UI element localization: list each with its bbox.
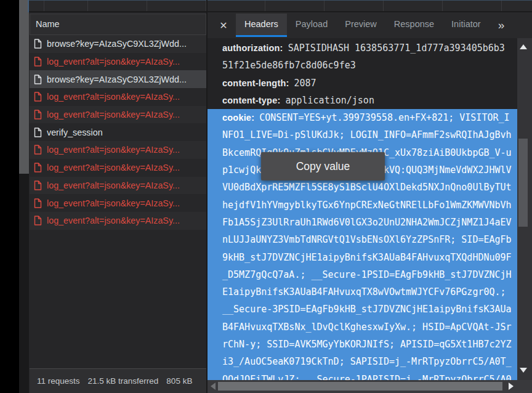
- document-icon: [34, 57, 42, 67]
- header-value: nLUJJaUNYZ3VmbTdNRGVtQ1VsbENsOXl6YzZPSnF…: [222, 234, 512, 245]
- overview-gridline: [442, 1, 443, 11]
- request-row[interactable]: log_event?alt=json&key=AIzaSy...: [30, 177, 206, 195]
- header-line: rChN-y; SSID=AVK5MGyYbKORJNIfS; APISID=q…: [208, 336, 517, 353]
- header-line: 51f21e5de86fb7c8d06c9fe3: [208, 57, 517, 74]
- header-line: authorization:SAPISIDHASH 1638563771_1d7…: [208, 39, 517, 57]
- scroll-left-icon[interactable]: [211, 383, 216, 390]
- document-icon: [34, 92, 42, 102]
- request-name: browse?key=AIzaSyC9XL3ZjWdd...: [47, 75, 187, 84]
- overview-gridline: [87, 1, 88, 11]
- request-name: verify_session: [47, 128, 103, 137]
- tab-headers[interactable]: Headers: [236, 14, 287, 37]
- request-row[interactable]: log_event?alt=json&key=AIzaSy...: [30, 212, 206, 230]
- header-value: application/json: [285, 95, 374, 106]
- network-overview-strip: [29, 0, 532, 12]
- header-value: 2087: [294, 78, 316, 89]
- overview-gridline: [324, 1, 324, 11]
- request-name: browse?key=AIzaSyC9XL3ZjWdd...: [47, 39, 187, 49]
- summary-request-count: 11 requests: [37, 376, 80, 386]
- tab-preview[interactable]: Preview: [336, 14, 385, 37]
- header-line: __Secure-3PSID=EAgFb9kHB_stJ7DVZNCjHE1ai…: [208, 301, 517, 318]
- header-value: VU0dBdXprRE5MZFl5SE8yS1BSclU4OXlDekd5NXJ…: [222, 182, 512, 193]
- copy-value-menu-item[interactable]: Copy value: [261, 152, 385, 180]
- header-value: i3_/AuOC5eaK0719CkTnD; SAPISID=j_-MrRTpy…: [222, 356, 512, 367]
- devtools-network-window: Name browse?key=AIzaSyC9XL3ZjWdd...log_e…: [0, 0, 532, 393]
- header-line: nLUJJaUNYZ3VmbTdNRGVtQ1VsbENsOXl6YzZPSnF…: [208, 231, 517, 248]
- request-row[interactable]: log_event?alt=json&key=AIzaSy...: [30, 194, 206, 212]
- request-row[interactable]: log_event?alt=json&key=AIzaSy...: [30, 53, 206, 71]
- h-scrollbar-thumb[interactable]: [218, 382, 502, 391]
- header-name: content-length:: [222, 78, 289, 88]
- document-icon: [34, 128, 42, 137]
- overview-gridline: [265, 1, 265, 11]
- scroll-up-icon[interactable]: [520, 44, 527, 49]
- tab-initiator[interactable]: Initiator: [443, 14, 490, 37]
- header-line: Fb1A5SjZ3UlRraUh1RWd6V0lGX3o2UnU2NHA2WmJ…: [208, 214, 517, 231]
- summary-transferred: 21.5 kB transferred: [88, 376, 159, 386]
- request-row[interactable]: verify_session: [30, 123, 206, 141]
- document-icon: [34, 39, 42, 49]
- header-line: hejdfV1hYVmgyblkyTGx6YnpCRExNeGtNRElLbFo…: [208, 197, 517, 214]
- more-tabs-icon[interactable]: »: [498, 12, 505, 38]
- request-name: log_event?alt=json&key=AIzaSy...: [47, 145, 180, 155]
- document-icon: [34, 198, 42, 208]
- request-name: log_event?alt=json&key=AIzaSy...: [47, 57, 180, 67]
- header-line: content-type:application/json: [208, 92, 517, 109]
- document-icon: [34, 216, 42, 225]
- header-name: cookie:: [222, 113, 254, 123]
- header-value: E1aipyBnifsK3AUaB4FAHvuxqTX8wVOwtmWJYCFv…: [222, 286, 506, 298]
- header-line: QOdJQEiTWLvJZ; __Secure-1PAPISID=j_-MrRT…: [208, 371, 517, 380]
- document-icon: [34, 163, 42, 172]
- header-value: 9kHB_stJ7DVZNCjHE1aipyBnifsK3AUaB4FAHvux…: [222, 252, 512, 263]
- close-icon[interactable]: ✕: [214, 20, 233, 31]
- tab-response[interactable]: Response: [385, 14, 443, 37]
- overview-left-edge: [28, 0, 29, 12]
- header-value: rChN-y; SSID=AVK5MGyYbKORJNIfS; APISID=q…: [222, 339, 512, 350]
- name-column-header[interactable]: Name: [30, 14, 206, 35]
- request-row[interactable]: browse?key=AIzaSyC9XL3ZjWdd...: [30, 35, 206, 53]
- tab-payload[interactable]: Payload: [287, 14, 336, 37]
- request-row[interactable]: log_event?alt=json&key=AIzaSy...: [30, 141, 206, 159]
- overview-gridline: [147, 1, 147, 11]
- document-icon: [34, 180, 42, 190]
- request-name: log_event?alt=json&key=AIzaSy...: [47, 216, 180, 225]
- scroll-down-icon[interactable]: [520, 368, 527, 373]
- details-tabbar: ✕ HeadersPayloadPreviewResponseInitiator…: [208, 12, 532, 38]
- header-line: content-length:2087: [208, 75, 517, 92]
- network-summary-bar: 11 requests 21.5 kB transferred 805 kB: [30, 368, 206, 393]
- document-icon: [34, 110, 42, 120]
- request-row[interactable]: browse?key=AIzaSyC9XL3ZjWdd...: [30, 70, 206, 88]
- header-line: E1aipyBnifsK3AUaB4FAHvuxqTX8wVOwtmWJYCFv…: [208, 283, 517, 301]
- header-line: B4FAHvuxqTXBsNx_lDvQclKghesxwIyXw.; HSID…: [208, 318, 517, 336]
- header-value: QOdJQEiTWLvJZ; __Secure-1PAPISID=j_-MrRT…: [222, 374, 512, 380]
- page-scrollbar-thumb[interactable]: [19, 0, 29, 174]
- v-scrollbar-thumb[interactable]: [518, 139, 528, 227]
- request-row[interactable]: log_event?alt=json&key=AIzaSy...: [30, 159, 206, 177]
- scroll-right-icon[interactable]: [509, 383, 514, 390]
- header-value: Fb1A5SjZ3UlRraUh1RWd6V0lGX3o2UnU2NHA2WmJ…: [222, 217, 512, 228]
- header-line: _D5MZ7gQcQ7aA.; __Secure-1PSID=EAgFb9kHB…: [208, 266, 517, 283]
- document-icon: [34, 75, 42, 84]
- overview-gridline: [383, 1, 384, 11]
- request-name: log_event?alt=json&key=AIzaSy...: [47, 198, 180, 208]
- header-value: NFO1_LIVE=Di-pSlUKdJk; LOGIN_INFO=AFmmF2…: [222, 129, 512, 140]
- request-row[interactable]: log_event?alt=json&key=AIzaSy...: [30, 88, 206, 106]
- request-row[interactable]: log_event?alt=json&key=AIzaSy...: [30, 106, 206, 124]
- request-list: browse?key=AIzaSyC9XL3ZjWdd...log_event?…: [30, 35, 206, 230]
- headers-content: authorization:SAPISIDHASH 1638563771_1d7…: [208, 38, 517, 380]
- header-line: NFO1_LIVE=Di-pSlUKdJk; LOGIN_INFO=AFmmF2…: [208, 126, 517, 144]
- header-value: __Secure-3PSID=EAgFb9kHB_stJ7DVZNCjHE1ai…: [222, 304, 512, 315]
- request-name: log_event?alt=json&key=AIzaSy...: [47, 110, 180, 120]
- overview-gridline: [44, 1, 44, 11]
- header-value: 51f21e5de86fb7c8d06c9fe3: [222, 60, 356, 71]
- page-background: [0, 0, 19, 393]
- header-value: B4FAHvuxqTXBsNx_lDvQclKghesxwIyXw.; HSID…: [222, 322, 512, 333]
- header-value: _D5MZ7gQcQ7aA.; __Secure-1PSID=EAgFb9kHB…: [222, 269, 512, 280]
- header-line: 9kHB_stJ7DVZNCjHE1aipyBnifsK3AUaB4FAHvux…: [208, 249, 517, 266]
- details-tabs: HeadersPayloadPreviewResponseInitiator: [236, 14, 490, 38]
- header-name: content-type:: [222, 95, 280, 105]
- header-value: CONSENT=YES+yt.399739558.en+FX+821; VISI…: [259, 112, 509, 123]
- request-name: log_event?alt=json&key=AIzaSy...: [47, 180, 180, 190]
- request-name: log_event?alt=json&key=AIzaSy...: [47, 92, 180, 102]
- header-value: SAPISIDHASH 1638563771_1d777a393405b6b3: [288, 43, 505, 54]
